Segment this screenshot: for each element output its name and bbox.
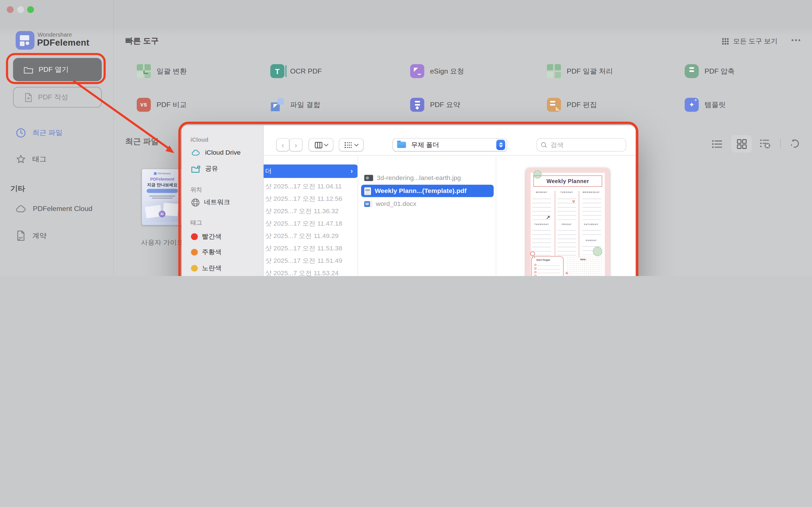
image-file-icon [364, 175, 373, 181]
open-pdf-button[interactable]: PDF 열기 [13, 58, 102, 81]
dont-forget-box: Don't forget: [531, 256, 564, 276]
create-pdf-button[interactable]: PDF 작성 [13, 87, 102, 108]
chevron-down-icon [354, 142, 359, 147]
file-row[interactable]: 샷 2025...17 오전 11.47.18 [265, 217, 357, 230]
card-brand-label: PDFelement [158, 172, 170, 175]
forward-button[interactable]: › [290, 138, 302, 151]
file-row-docx[interactable]: word_01.docx [361, 198, 494, 210]
tag-item[interactable]: 노란색 [191, 264, 221, 272]
column-view-icon [314, 142, 322, 148]
sidebar-item-shared[interactable]: 공유 [191, 165, 218, 173]
locations-section-header: 위치 [191, 186, 202, 193]
file-row-jpg[interactable]: 3d-rendering...lanet-earth.jpg [361, 172, 494, 184]
stepper-icon [496, 140, 505, 150]
file-plus-icon [24, 93, 33, 102]
card-text-line [149, 195, 175, 196]
grid-dots-icon [721, 38, 729, 45]
recent-file-card[interactable]: PDFelement PDFelement 지금 만나보세요 AI [142, 169, 183, 225]
quick-tool-item[interactable]: eSign 요청 [410, 54, 547, 88]
tags-section-header: 태그 [191, 219, 202, 227]
file-row-pdf-selected[interactable]: Weekly Plann...(Template).pdf [361, 185, 494, 197]
bulb-doodle [530, 251, 535, 256]
sidebar-item-label: PDFelement Cloud [33, 205, 93, 213]
tag-item[interactable]: 주황색 [191, 248, 221, 257]
card-brand-icon [154, 172, 156, 175]
heart-doodle: ♥ [572, 198, 575, 204]
search-field[interactable] [537, 138, 626, 151]
tag-label: 노란색 [202, 264, 221, 272]
arrow-doodle: ↗ [546, 215, 550, 220]
group-by-button[interactable] [339, 138, 363, 151]
sidebar-item-contracts[interactable]: 계약 [16, 230, 47, 241]
quick-tool-label: 일괄 변환 [156, 66, 187, 76]
quick-tools-title: 빠른 도구 [125, 36, 159, 46]
chevron-down-icon [324, 142, 328, 147]
file-row[interactable]: 샷 2025...7 오전 11.36.32 [265, 205, 357, 217]
quick-tool-label: PDF 비교 [156, 100, 187, 109]
pdf-file-icon [364, 187, 371, 195]
view-all-tools-label: 모든 도구 보기 [733, 37, 777, 46]
open-pdf-label: PDF 열기 [39, 65, 69, 74]
quick-tool-icon [270, 64, 285, 78]
planner-day-label: FRIDAY [562, 223, 572, 226]
file-row[interactable]: 샷 2025...17 오전 11.51.38 [265, 242, 357, 255]
restore-history-icon[interactable] [787, 136, 803, 152]
sidebar-item-recent-files[interactable]: 최근 파일 [16, 128, 63, 138]
sidebar-item-network[interactable]: 네트워크 [191, 198, 230, 207]
search-input[interactable] [550, 141, 621, 149]
sidebar-item-label: 최근 파일 [33, 128, 63, 138]
cloud-icon [16, 204, 27, 213]
card-text-line [152, 198, 173, 199]
file-name: word_01.docx [376, 200, 416, 208]
folder-icon [23, 65, 33, 73]
quick-tool-icon [547, 64, 561, 78]
file-row[interactable]: 샷 2025...7 오전 11.49.29 [265, 230, 357, 242]
quick-tool-item[interactable]: PDF 일괄 처리 [547, 54, 685, 88]
column-view-button[interactable] [309, 138, 333, 151]
view-all-tools-button[interactable]: 모든 도구 보기 [721, 37, 777, 46]
annotation-arrow-head [165, 146, 174, 153]
folder-icon [397, 142, 406, 148]
file-name: 3d-rendering...lanet-earth.jpg [377, 174, 461, 182]
quick-tool-item[interactable]: 일괄 변환 [137, 54, 270, 88]
quick-tool-item[interactable]: 템플릿 [684, 88, 796, 121]
pdf-preview-thumbnail[interactable]: Weekly Planner MONDAY TUESDAY WEDNESDAY … [526, 168, 610, 276]
recent-files-title: 최근 파일 [125, 136, 159, 147]
quick-tool-item[interactable]: PDF 압축 [684, 54, 796, 88]
sidebar-item-icloud-drive[interactable]: iCloud Drive [191, 149, 241, 156]
list-view-icon[interactable] [709, 136, 725, 152]
quick-tool-item[interactable]: PDF 편집 [547, 88, 685, 121]
file-row[interactable]: 샷 2025...17 오전 11.04.11 [265, 180, 357, 192]
quick-tool-label: PDF 편집 [567, 100, 597, 109]
sidebar-item-tags[interactable]: 태그 [16, 154, 47, 165]
tag-color-dot [191, 265, 198, 272]
planner-day-label: WEDNESDAY [583, 191, 600, 193]
tag-item[interactable]: 빨간색 [191, 232, 221, 241]
sidebar-item-pdfelement-cloud[interactable]: PDFelement Cloud [16, 204, 93, 213]
clock-icon [16, 128, 26, 138]
file-row[interactable]: 샷 2025...7 오전 11.53.24 [265, 267, 357, 276]
grid-view-icon[interactable] [731, 135, 752, 152]
folder-select[interactable]: 무제 폴더 [393, 138, 507, 151]
quick-tool-icon [410, 98, 424, 112]
more-menu-button[interactable]: ••• [792, 36, 802, 44]
planner-day-label: SUNDAY [586, 239, 597, 242]
chevron-left-icon: ‹ [282, 141, 284, 149]
quick-tool-item[interactable]: PDF 비교 [137, 88, 270, 121]
selected-folder-row[interactable]: 더 › [264, 165, 358, 178]
tag-label: 빨간색 [202, 232, 221, 241]
clear-recent-list-icon[interactable] [758, 136, 774, 152]
toolbar-divider [780, 138, 781, 149]
quick-tool-item[interactable]: PDF 요약 [410, 88, 547, 121]
file-row[interactable]: 샷 2025...17 오전 11.12.56 [265, 192, 357, 205]
star-icon [16, 154, 26, 165]
quick-tool-label: eSign 요청 [430, 66, 464, 76]
dont-forget-label: Don't forget: [537, 259, 551, 261]
quick-tool-icon [270, 98, 285, 112]
file-row[interactable]: 샷 2025...17 오전 11.51.49 [265, 255, 357, 267]
quick-tool-label: PDF 압축 [705, 66, 735, 76]
back-button[interactable]: ‹ [276, 138, 289, 151]
quick-tool-item[interactable]: OCR PDF [270, 54, 410, 88]
quick-tool-item[interactable]: 파일 결합 [270, 88, 410, 121]
sidebar-item-label: 네트워크 [204, 198, 231, 207]
